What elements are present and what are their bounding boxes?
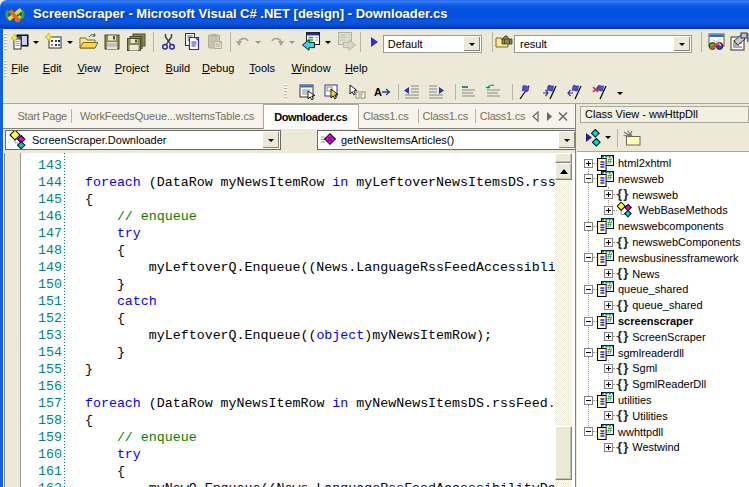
svg-text:#: # xyxy=(607,424,613,435)
svg-text:#: # xyxy=(607,345,613,356)
svg-text:#: # xyxy=(607,171,613,182)
svg-text:#: # xyxy=(607,218,613,229)
svg-text:#: # xyxy=(607,250,613,261)
svg-text:A: A xyxy=(374,86,382,98)
svg-text:#: # xyxy=(607,282,613,293)
svg-text:#: # xyxy=(607,313,613,324)
svg-text:#: # xyxy=(607,392,613,403)
svg-text:#: # xyxy=(607,155,613,166)
